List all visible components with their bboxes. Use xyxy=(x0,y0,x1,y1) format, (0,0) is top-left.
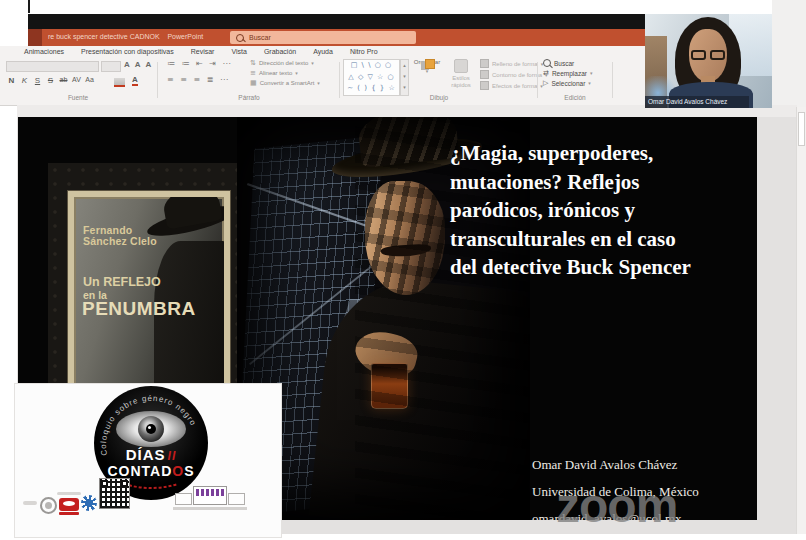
tab-revisar[interactable]: Revisar xyxy=(191,48,215,55)
select-button[interactable]: ▷ Seleccionar ▾ xyxy=(543,79,592,87)
find-button[interactable]: Buscar xyxy=(543,59,592,67)
tab-nitro-pro[interactable]: Nitro Pro xyxy=(350,48,378,55)
text-direction-label: Dirección del texto xyxy=(259,60,308,66)
align-text-button[interactable]: ≡ Alinear texto ▾ xyxy=(250,69,320,77)
building-caption-text xyxy=(173,507,247,510)
building-illustration xyxy=(173,486,247,510)
shrink-font-button[interactable]: A xyxy=(135,60,141,69)
shapes-more-icon[interactable]: ▾ xyxy=(401,82,408,93)
tab-grabacion[interactable]: Grabación xyxy=(264,48,296,55)
underline-button[interactable]: S xyxy=(31,76,44,85)
vertical-scrollbar[interactable] xyxy=(796,107,806,534)
change-case-button[interactable]: Aa xyxy=(83,76,96,85)
arrange-icon xyxy=(421,59,433,71)
search-box[interactable]: Buscar xyxy=(230,31,416,44)
find-icon xyxy=(543,59,551,67)
building-main-block xyxy=(193,486,227,505)
shape-effects-label: Efectos de forma xyxy=(492,83,537,89)
shared-screen: re buck spencer detective CADNOK PowerPo… xyxy=(0,0,806,540)
dropdown-icon: ▾ xyxy=(295,70,298,76)
shapes-scroll-up-icon[interactable]: ▴ xyxy=(401,60,408,71)
tab-vista[interactable]: Vista xyxy=(231,48,246,55)
font-size-buttons: A A A xyxy=(124,60,151,69)
small-caption-text xyxy=(23,501,37,505)
badge-red-o: O xyxy=(172,463,184,479)
text-shadow-button[interactable]: ab xyxy=(57,76,70,85)
building-left-wing xyxy=(175,493,192,505)
slide-title-line: mutaciones? Reflejos xyxy=(450,168,757,197)
strikethrough-button[interactable]: S xyxy=(44,76,57,85)
conference-badge-panel: Coloquio sobre género negro DÍASII CONTA… xyxy=(15,384,281,537)
webcam-video-tile[interactable]: Omar David Avalos Chávez xyxy=(645,14,772,108)
tab-animaciones[interactable]: Animaciones xyxy=(24,48,64,55)
grow-font-button[interactable]: A xyxy=(124,60,130,69)
group-label-fuente: Fuente xyxy=(0,94,156,101)
book-author-line2: Sánchez Clelo xyxy=(83,236,157,247)
building-right-wing xyxy=(228,493,245,505)
shapes-row: △ ◇ ▽ ☆ ○ xyxy=(344,72,399,84)
shapes-row: ~ ( ) { } ☆ xyxy=(344,83,399,95)
window-top-strip xyxy=(28,14,645,29)
font-color-button[interactable]: A xyxy=(132,75,138,86)
presenter-glasses xyxy=(690,50,728,62)
eye-pupil xyxy=(146,424,156,434)
shapes-gallery-scrollbar[interactable]: ▴ ▾ ▾ xyxy=(400,59,409,96)
font-size-combobox[interactable] xyxy=(101,61,121,72)
group-divider xyxy=(339,62,340,98)
highlight-color-icon[interactable] xyxy=(114,78,125,87)
slide-title-line: ¿Magia, superpoderes, xyxy=(450,139,757,168)
dropdown-icon: ▾ xyxy=(317,80,320,86)
text-direction-icon: ⇅ xyxy=(250,59,256,67)
shapes-scroll-down-icon[interactable]: ▾ xyxy=(401,71,408,82)
font-style-buttons: N K S S ab AV Aa xyxy=(5,76,96,85)
character-spacing-button[interactable]: AV xyxy=(70,76,83,85)
shape-effects-icon xyxy=(480,81,489,90)
shapes-gallery[interactable]: □ \ \ ○ ○ △ ◇ ▽ ☆ ○ ~ ( ) { } ☆ xyxy=(343,59,400,96)
document-title: re buck spencer detective CADNOK PowerPo… xyxy=(48,33,203,40)
clear-format-button[interactable]: A xyxy=(146,60,152,69)
credit-author: Omar David Avalos Chávez xyxy=(532,451,699,478)
text-direction-button[interactable]: ⇅ Dirección del texto ▾ xyxy=(250,59,320,67)
powerpoint-icon xyxy=(28,29,42,46)
quick-styles-button[interactable]: Estilos rápidos xyxy=(446,59,476,89)
group-label-dibujo: Dibujo xyxy=(343,94,535,101)
italic-button[interactable]: K xyxy=(18,76,31,85)
book-title-line3: PENUMBRA xyxy=(82,298,196,320)
logo-red-dashes xyxy=(124,484,178,488)
arrange-button[interactable]: Organizar ▾ xyxy=(412,59,442,74)
editing-menu: Buscar ⇄ Reemplazar ▾ ▷ Seleccionar ▾ xyxy=(543,59,592,87)
search-label: Buscar xyxy=(249,34,271,41)
paragraph-menu: ⇅ Dirección del texto ▾ ≡ Alinear texto … xyxy=(250,59,320,87)
group-divider xyxy=(537,62,538,98)
scrollbar-thumb[interactable] xyxy=(798,112,805,146)
tab-ayuda[interactable]: Ayuda xyxy=(313,48,333,55)
dropdown-icon: ▾ xyxy=(311,60,314,66)
alignment-buttons[interactable]: ≡ ≡ ≡ ≣ ⋯ xyxy=(167,75,230,84)
group-divider xyxy=(612,62,613,98)
group-label-edicion: Edición xyxy=(540,94,610,101)
list-buttons[interactable]: ≔ ≔ ⇤ ⇥ ⋯ xyxy=(167,59,233,68)
eye-iris xyxy=(138,416,164,442)
bold-button[interactable]: N xyxy=(5,76,18,85)
tab-presentacion-con-diapositivas[interactable]: Presentación con diapositivas xyxy=(81,48,174,55)
building-purple-windows xyxy=(196,489,224,496)
badge-contad: CONTAD xyxy=(107,463,172,479)
qr-code xyxy=(99,478,130,509)
book-title-line1: Un REFLEJO xyxy=(83,275,161,289)
shape-fill-icon xyxy=(480,59,489,68)
group-label-parrafo: Párrafo xyxy=(160,94,338,101)
badge-edition-number: II xyxy=(168,449,177,463)
shape-outline-label: Contorno de forma xyxy=(492,72,542,78)
smartart-icon: ▦ xyxy=(250,79,257,87)
select-icon: ▷ xyxy=(543,79,548,87)
search-icon xyxy=(236,34,244,42)
ribbon-tabs: Animaciones Presentación con diapositiva… xyxy=(24,48,378,55)
convert-smartart-button[interactable]: ▦ Convertir a SmartArt ▾ xyxy=(250,79,320,87)
group-divider xyxy=(157,62,158,98)
zoom-watermark: zoom xyxy=(556,482,677,530)
shape-outline-icon xyxy=(480,70,489,79)
replace-button[interactable]: ⇄ Reemplazar ▾ xyxy=(543,69,592,77)
quick-styles-icon xyxy=(454,59,468,73)
shape-fill-label: Relleno de forma xyxy=(492,61,538,67)
font-name-combobox[interactable] xyxy=(6,61,99,72)
